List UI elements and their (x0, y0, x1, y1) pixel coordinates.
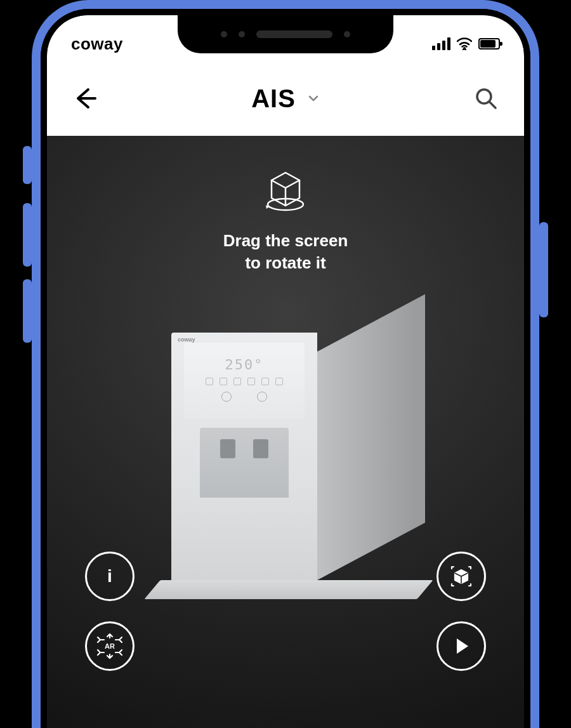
notch-sensor-dot-2 (344, 31, 350, 37)
rotate-hint-line1: Drag the screen (223, 231, 348, 250)
rotate-hint-line2: to rotate it (245, 253, 325, 272)
back-button[interactable] (66, 79, 104, 117)
product-3d-viewer[interactable]: Drag the screen to rotate it coway 250° (47, 136, 524, 728)
info-button[interactable]: i (85, 552, 135, 601)
page-title: AIS (251, 84, 296, 113)
ar-button[interactable]: AR (85, 621, 135, 671)
notch-sensor-dot (221, 31, 227, 37)
phone-volume-up (23, 203, 32, 267)
play-button[interactable] (436, 621, 486, 671)
product-side-face (317, 295, 425, 580)
play-icon (450, 635, 472, 657)
cellular-signal-icon (432, 37, 450, 50)
rotate-cube-icon (260, 168, 311, 218)
rotate-hint-text: Drag the screen to rotate it (223, 230, 348, 274)
rotate-hint: Drag the screen to rotate it (47, 168, 524, 274)
cube-frame-icon (447, 562, 475, 590)
phone-volume-down (23, 279, 32, 343)
svg-point-0 (463, 47, 466, 50)
notch-camera-dot (239, 31, 245, 37)
product-display-readout: 250° (225, 357, 264, 373)
ar-label: AR (105, 642, 115, 650)
view-3d-button[interactable] (436, 552, 486, 601)
product-dispense-buttons (221, 392, 267, 402)
app-header: AIS (47, 61, 524, 136)
phone-mute-switch (23, 146, 32, 184)
svg-point-1 (477, 89, 491, 103)
product-render: coway 250° (127, 307, 444, 625)
info-icon: i (107, 566, 112, 586)
search-icon (473, 86, 499, 111)
svg-line-2 (490, 102, 496, 108)
notch-speaker (256, 30, 332, 38)
chevron-down-icon (307, 92, 320, 105)
product-brand-label: coway (178, 336, 195, 343)
phone-power-button (539, 222, 548, 317)
phone-frame: coway (32, 0, 539, 728)
product-option-row (206, 378, 283, 385)
phone-screen: coway (47, 15, 524, 728)
product-control-panel: 250° (184, 343, 305, 419)
title-dropdown[interactable]: AIS (251, 84, 320, 113)
wifi-icon (457, 37, 472, 50)
product-dispenser (200, 428, 289, 498)
ar-icon: AR (94, 630, 126, 662)
brand-logo: coway (71, 34, 123, 54)
product-base-tray (144, 580, 433, 599)
product-front-face: coway 250° (171, 333, 317, 580)
arrow-left-icon (72, 86, 98, 111)
phone-notch (178, 15, 393, 53)
status-icons (432, 37, 500, 50)
phone-bezel: coway (41, 9, 530, 728)
battery-icon (478, 38, 500, 50)
search-button[interactable] (467, 79, 505, 117)
